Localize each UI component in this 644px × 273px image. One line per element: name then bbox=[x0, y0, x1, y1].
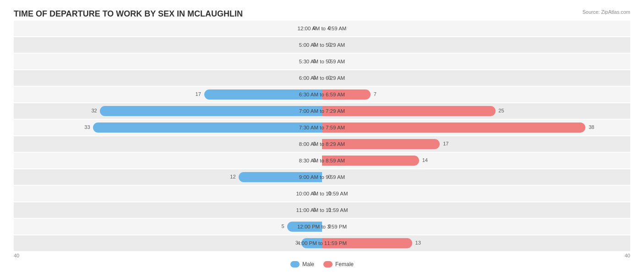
chart-title: TIME OF DEPARTURE TO WORK BY SEX IN MCLA… bbox=[14, 9, 630, 19]
female-value: 0 bbox=[328, 75, 331, 80]
source-text: Source: ZipAtlas.com bbox=[582, 9, 630, 15]
time-label: 10:00 AM to 10:59 AM bbox=[296, 191, 348, 196]
chart-wrapper: 12:00 AM to 4:59 AM005:00 AM to 5:29 AM0… bbox=[14, 21, 630, 251]
female-value: 0 bbox=[328, 207, 331, 212]
female-value: 0 bbox=[328, 25, 331, 31]
male-value: 17 bbox=[196, 91, 201, 97]
male-value: 12 bbox=[230, 174, 235, 179]
axis-labels: 40 40 bbox=[14, 253, 630, 258]
female-value: 13 bbox=[415, 240, 421, 245]
female-bar bbox=[322, 123, 585, 133]
male-label: Male bbox=[302, 261, 314, 267]
female-swatch bbox=[323, 261, 333, 267]
time-label: 12:00 PM to 3:59 PM bbox=[297, 224, 347, 229]
female-value: 0 bbox=[328, 42, 331, 47]
time-label: 9:00 AM to 9:59 AM bbox=[299, 174, 345, 180]
male-value: 5 bbox=[281, 223, 284, 229]
male-value: 0 bbox=[313, 75, 316, 80]
bar-row: 10:00 AM to 10:59 AM00 bbox=[14, 186, 630, 201]
male-bar bbox=[93, 123, 322, 133]
time-label: 8:00 AM to 8:29 AM bbox=[299, 141, 345, 147]
axis-right: 40 bbox=[625, 253, 630, 258]
male-bar bbox=[100, 106, 322, 116]
bar-row: 9:00 AM to 9:59 AM120 bbox=[14, 169, 630, 185]
male-swatch bbox=[290, 261, 300, 267]
female-value: 14 bbox=[422, 157, 428, 163]
female-value: 7 bbox=[374, 91, 377, 97]
female-value: 0 bbox=[328, 190, 331, 196]
female-bar bbox=[322, 106, 496, 116]
female-value: 25 bbox=[498, 108, 504, 113]
time-label: 5:30 AM to 5:59 AM bbox=[299, 59, 345, 64]
axis-left: 40 bbox=[14, 253, 19, 258]
male-value: 0 bbox=[313, 207, 316, 212]
legend: Male Female bbox=[14, 261, 630, 267]
male-value: 0 bbox=[313, 58, 316, 64]
bar-row: 5:30 AM to 5:59 AM00 bbox=[14, 54, 630, 69]
bar-row: 4:00 PM to 11:59 PM313 bbox=[14, 235, 630, 251]
time-label: 11:00 AM to 11:59 AM bbox=[296, 207, 348, 213]
chart-container: TIME OF DEPARTURE TO WORK BY SEX IN MCLA… bbox=[0, 0, 644, 273]
time-label: 5:00 AM to 5:29 AM bbox=[299, 42, 345, 48]
time-label: 7:30 AM to 7:59 AM bbox=[299, 125, 345, 130]
bar-row: 5:00 AM to 5:29 AM00 bbox=[14, 37, 630, 53]
legend-male: Male bbox=[290, 261, 314, 267]
time-label: 6:30 AM to 6:59 AM bbox=[299, 92, 345, 97]
time-label: 8:30 AM to 8:59 AM bbox=[299, 158, 345, 163]
time-label: 12:00 AM to 4:59 AM bbox=[298, 26, 347, 31]
bar-row: 11:00 AM to 11:59 AM00 bbox=[14, 202, 630, 218]
female-value: 17 bbox=[443, 141, 448, 146]
time-label: 4:00 PM to 11:59 PM bbox=[297, 240, 347, 246]
male-value: 0 bbox=[313, 42, 316, 47]
female-value: 0 bbox=[328, 174, 331, 179]
time-label: 7:00 AM to 7:29 AM bbox=[299, 108, 345, 114]
male-value: 0 bbox=[313, 141, 316, 146]
male-value: 3 bbox=[295, 240, 298, 245]
bar-row: 12:00 PM to 3:59 PM50 bbox=[14, 219, 630, 234]
bar-row: 6:30 AM to 6:59 AM177 bbox=[14, 87, 630, 102]
time-label: 6:00 AM to 6:29 AM bbox=[299, 75, 345, 81]
male-value: 33 bbox=[84, 124, 90, 130]
male-value: 32 bbox=[91, 108, 97, 113]
male-value: 0 bbox=[313, 25, 316, 31]
bar-row: 8:30 AM to 8:59 AM014 bbox=[14, 153, 630, 168]
male-value: 0 bbox=[313, 190, 316, 196]
bar-row: 8:00 AM to 8:29 AM017 bbox=[14, 136, 630, 152]
female-value: 38 bbox=[589, 124, 594, 130]
male-value: 0 bbox=[313, 157, 316, 163]
bar-row: 6:00 AM to 6:29 AM00 bbox=[14, 70, 630, 86]
bar-row: 7:30 AM to 7:59 AM3338 bbox=[14, 120, 630, 135]
bar-row: 12:00 AM to 4:59 AM00 bbox=[14, 21, 630, 36]
legend-female: Female bbox=[323, 261, 354, 267]
female-value: 0 bbox=[328, 58, 331, 64]
female-value: 0 bbox=[328, 223, 331, 229]
bar-row: 7:00 AM to 7:29 AM3225 bbox=[14, 103, 630, 119]
female-label: Female bbox=[335, 261, 354, 267]
